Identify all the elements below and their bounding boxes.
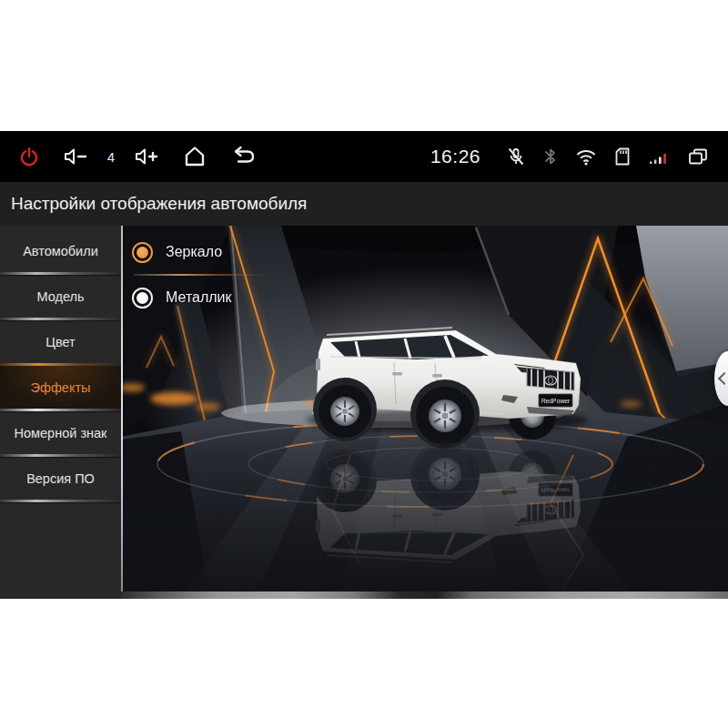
sidebar-item-color[interactable]: Цвет [0,320,121,363]
option-label: Металлик [166,289,232,306]
volume-level: 4 [106,149,116,165]
chevron-left-icon [718,372,728,385]
car-preview-panel: RedPower Зеркало [121,226,728,599]
signal-icon [647,147,671,167]
back-icon[interactable] [229,145,257,168]
option-mirror[interactable]: Зеркало [132,230,268,274]
power-icon[interactable] [18,146,40,167]
screen-mirror-icon [686,147,710,167]
sidebar-item-license-plate[interactable]: Номерной знак [0,411,121,454]
sidebar-item-software-version[interactable]: Версия ПО [0,457,121,500]
rear-wheel [318,385,371,438]
sidebar-divider [0,500,121,502]
sidebar-item-effects[interactable]: Эффекты [0,366,121,409]
wifi-icon [574,147,598,167]
option-metallic[interactable]: Металлик [132,276,268,319]
front-wheel [416,387,474,445]
license-plate: RedPower [539,394,572,407]
head-unit-screen: 4 16:26 [0,131,728,599]
status-bar-left: 4 [18,145,257,168]
sidebar-item-cars[interactable]: Автомобили [0,229,121,272]
volume-up-icon[interactable] [133,146,160,167]
panel-separator [121,226,123,592]
sidebar-item-model[interactable]: Модель [0,275,121,318]
bottom-metal-strip [121,592,728,599]
radio-unselected-icon[interactable] [132,288,153,308]
sidebar: Автомобили Модель Цвет Эффекты Номерной … [0,226,121,599]
page-title: Настройки отображения автомобиля [11,194,307,214]
screenshot-page: 4 16:26 [0,0,728,728]
clock: 16:26 [430,146,480,167]
sd-card-icon [613,146,632,167]
volume-down-icon[interactable] [62,146,89,167]
bluetooth-icon [542,146,559,167]
svg-text:RedPower: RedPower [541,398,571,404]
effects-options: Зеркало Металлик [132,230,268,319]
status-bar: 4 16:26 [0,131,728,182]
option-label: Зеркало [166,244,222,260]
status-bar-right: 16:26 [430,146,710,167]
radio-selected-icon[interactable] [132,242,153,263]
title-bar: Настройки отображения автомобиля [0,182,728,226]
mic-muted-icon [505,146,527,167]
home-icon[interactable] [182,145,207,168]
